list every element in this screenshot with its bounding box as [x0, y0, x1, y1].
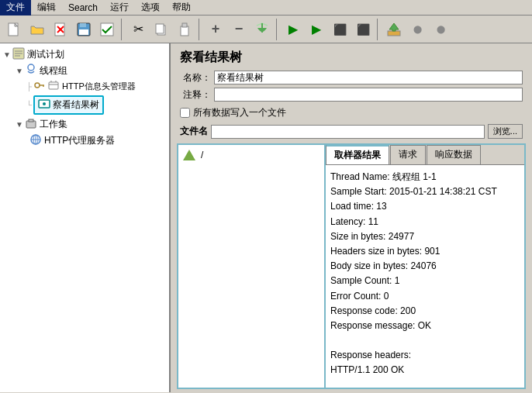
result-line-8: Error Count: 0	[330, 289, 520, 304]
svg-rect-11	[181, 26, 188, 36]
triangle-icon	[183, 150, 195, 160]
svg-point-21	[35, 83, 40, 88]
proxy-label: HTTP代理服务器	[44, 134, 115, 147]
result-line-2: Load time: 13	[330, 199, 520, 214]
result-content: Thread Name: 线程组 1-1 Sample Start: 2015-…	[326, 165, 524, 388]
menu-search[interactable]: Search	[62, 1, 104, 15]
filename-row: 文件名 浏览...	[171, 122, 532, 140]
browse-button[interactable]: 浏览...	[488, 124, 523, 139]
filename-input[interactable]	[211, 125, 485, 139]
add-button[interactable]: +	[205, 19, 226, 40]
svg-rect-7	[79, 29, 88, 35]
tab-response-data[interactable]: 响应数据	[427, 145, 481, 164]
file-label: /	[201, 150, 203, 160]
remove-button[interactable]: −	[228, 19, 250, 40]
paste-button[interactable]	[174, 19, 195, 40]
menu-help[interactable]: 帮助	[166, 0, 197, 16]
toolbar: ✂ + − ▶ ▶ ⬛ ⬛ ⬤ ⬤	[0, 16, 532, 43]
svg-rect-6	[80, 23, 86, 27]
svg-rect-10	[156, 24, 164, 33]
connector-http: ├ HTTP信息头管理器	[0, 79, 169, 94]
result-line-7: Sample Count: 1	[330, 274, 520, 288]
cut-button[interactable]: ✂	[127, 19, 149, 40]
result-tabs: 取样器结果 请求 响应数据	[326, 145, 524, 165]
comment-row: 注释：	[171, 86, 532, 103]
close-button[interactable]	[50, 19, 71, 40]
svg-point-20	[28, 64, 34, 71]
toggle-button[interactable]	[96, 19, 118, 40]
save-button[interactable]	[73, 19, 95, 40]
name-input[interactable]	[214, 71, 523, 84]
result-line-12: Response headers:	[330, 348, 520, 363]
selected-node[interactable]: 察看结果树	[33, 95, 104, 115]
new-button[interactable]	[3, 19, 25, 40]
result-area: 取样器结果 请求 响应数据 Thread Name: 线程组 1-1 Sampl…	[326, 145, 524, 388]
work-icon	[25, 117, 37, 132]
sep1	[121, 19, 124, 40]
expand-icon-work: ▼	[16, 120, 23, 129]
tree-area: ▼ 测试计划 ▼ 线程组 ├	[0, 43, 169, 152]
run-button[interactable]: ▶	[282, 19, 304, 40]
tree-item-plan[interactable]: ▼ 测试计划	[0, 47, 169, 63]
tree-item-proxy[interactable]: HTTP代理服务器	[0, 133, 169, 149]
export-button[interactable]	[383, 19, 405, 40]
key-icon	[33, 79, 46, 94]
menu-edit[interactable]: 编辑	[31, 0, 62, 16]
tab-request[interactable]: 请求	[390, 145, 426, 164]
menu-file[interactable]: 文件	[0, 0, 31, 16]
sep2	[199, 19, 202, 40]
file-item-sample[interactable]: /	[181, 148, 321, 162]
tree-item-threadgroup[interactable]: ▼ 线程组	[0, 63, 169, 79]
proxy-icon	[29, 133, 42, 148]
http-header-label[interactable]: HTTP信息头管理器	[62, 81, 136, 92]
tab-sampler-result[interactable]: 取样器结果	[326, 145, 389, 164]
comment-input[interactable]	[214, 88, 523, 102]
write-file-checkbox[interactable]	[180, 108, 190, 118]
clear-button[interactable]	[251, 19, 273, 40]
filename-label: 文件名	[180, 125, 208, 138]
left-panel: ▼ 测试计划 ▼ 线程组 ├	[0, 43, 171, 392]
comment-label: 注释：	[180, 88, 211, 102]
write-file-label: 所有数据写入一个文件	[193, 106, 286, 119]
panel-title: 察看结果树	[171, 43, 532, 69]
result-line-13: HTTP/1.1 200 OK	[330, 363, 520, 377]
checkbox-row: 所有数据写入一个文件	[171, 103, 532, 122]
dot1-button[interactable]: ⬤	[406, 19, 428, 40]
menu-run[interactable]: 运行	[104, 0, 135, 16]
stop2-button[interactable]: ⬛	[352, 19, 374, 40]
dot2-button[interactable]: ⬤	[430, 19, 451, 40]
stop-button[interactable]: ⬛	[329, 19, 351, 40]
menubar: 文件 编辑 Search 运行 选项 帮助	[0, 0, 532, 16]
open-button[interactable]	[26, 19, 48, 40]
sep3	[276, 19, 279, 40]
view-label: 察看结果树	[53, 98, 99, 112]
plan-label: 测试计划	[27, 48, 64, 61]
expand-icon-thread: ▼	[16, 67, 23, 75]
result-line-6: Body size in bytes: 24076	[330, 259, 520, 274]
run-alt-button[interactable]: ▶	[306, 19, 327, 40]
thread-icon	[25, 64, 37, 78]
name-row: 名称：	[171, 69, 532, 86]
right-panel: 察看结果树 名称： 注释： 所有数据写入一个文件 文件名 浏览... /	[171, 43, 532, 392]
view-icon	[38, 98, 50, 112]
copy-button[interactable]	[150, 19, 172, 40]
svg-rect-12	[182, 23, 187, 27]
content-split: / 取样器结果 请求 响应数据 Thread Name: 线程组 1-1 Sam…	[177, 143, 526, 389]
menu-options[interactable]: 选项	[135, 0, 166, 16]
svg-rect-31	[29, 119, 33, 122]
result-line-5: Headers size in bytes: 901	[330, 244, 520, 259]
svg-rect-14	[388, 31, 400, 36]
svg-rect-24	[49, 82, 58, 89]
tree-item-view[interactable]: └ 察看结果树	[0, 95, 169, 115]
svg-point-29	[43, 102, 46, 105]
file-tree: /	[178, 145, 326, 388]
result-line-4: Size in bytes: 24977	[330, 229, 520, 244]
work-label: 工作集	[40, 118, 67, 131]
tree-item-work[interactable]: ▼ 工作集	[0, 116, 169, 133]
result-line-3: Latency: 11	[330, 215, 520, 229]
svg-marker-15	[389, 23, 399, 31]
result-line-10: Response message: OK	[330, 319, 520, 333]
expand-icon: ▼	[3, 50, 11, 59]
result-line-9: Response code: 200	[330, 304, 520, 319]
plan-icon	[12, 47, 25, 62]
